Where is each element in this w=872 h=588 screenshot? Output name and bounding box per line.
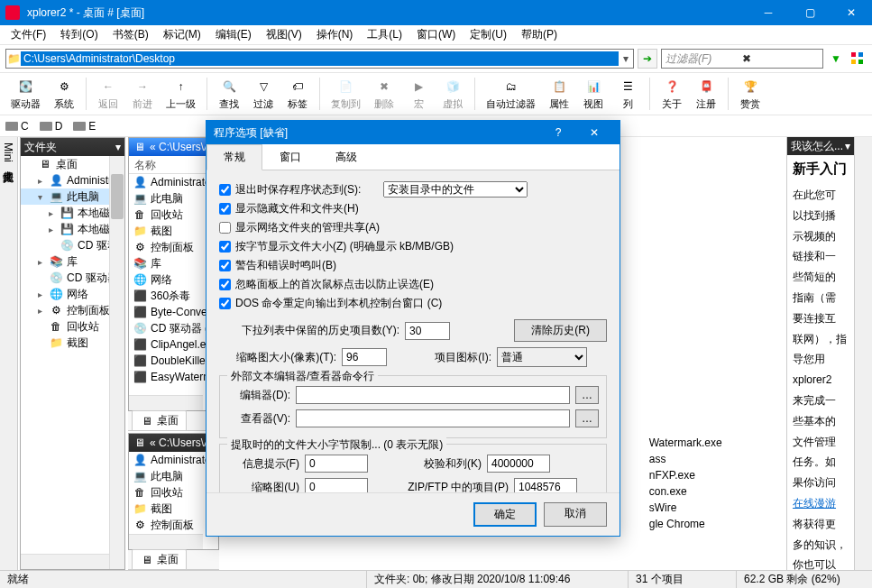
browse-viewer-button[interactable]: … [575, 409, 599, 427]
list-item[interactable]: sWire [646, 500, 786, 516]
list-item[interactable]: ⚙控制面板 [129, 517, 218, 533]
right-vtab[interactable] [854, 137, 872, 570]
info-limit-input[interactable] [305, 455, 368, 473]
tbtn-属性[interactable]: 📋属性 [543, 75, 575, 113]
clear-filter-icon[interactable]: ✖ [742, 52, 819, 65]
filter-input[interactable]: 过滤器(F) ✖ [661, 49, 823, 69]
list-item[interactable]: ⬛ClipAngel.e [129, 336, 218, 353]
file-list-1[interactable]: 👤Administrator💻此电脑🗑回收站📁截图⚙控制面板📚库🌐网络⬛360杀… [129, 174, 218, 410]
chk-admin-shares[interactable] [219, 222, 231, 234]
scrollbar-vertical[interactable] [109, 156, 124, 569]
icon-select[interactable]: 普通 [497, 347, 587, 367]
thumb-size-input[interactable] [342, 348, 387, 366]
list-item[interactable]: con.exe [646, 483, 786, 500]
tbtn-上一级[interactable]: ↑上一级 [161, 75, 201, 113]
tab-general[interactable]: 常规 [207, 144, 262, 170]
funnel-icon[interactable]: ▼ [827, 50, 845, 68]
list-item[interactable]: 💻此电脑 [129, 468, 218, 484]
menu-操作(N)[interactable]: 操作(N) [309, 25, 361, 44]
drive-E[interactable]: E [73, 120, 96, 133]
list-item[interactable]: ⚙控制面板 [129, 239, 218, 255]
list-item[interactable]: ⬛EasyWaterm [129, 369, 218, 385]
editor-input[interactable] [296, 386, 570, 404]
list-item[interactable]: ⬛360杀毒 [129, 288, 218, 304]
menu-工具(L)[interactable]: 工具(L) [360, 25, 409, 44]
file-list-2[interactable]: 👤Administrator💻此电脑🗑回收站📁截图⚙控制面板📚库 [129, 452, 218, 549]
tbtn-驱动器[interactable]: 💽驱动器 [5, 75, 46, 113]
tab-desktop[interactable]: 🖥桌面 [132, 410, 187, 430]
maximize-button[interactable]: ▢ [789, 0, 831, 25]
drive-C[interactable]: C [5, 120, 29, 133]
tbtn-查找[interactable]: 🔍查找 [213, 75, 245, 113]
list-item[interactable]: 🗑回收站 [129, 484, 218, 501]
list-item[interactable]: 👤Administrator [129, 174, 218, 190]
drive-D[interactable]: D [40, 120, 63, 133]
menu-帮助(P)[interactable]: 帮助(P) [514, 25, 565, 44]
list-item[interactable]: 👤Administrator [129, 452, 218, 468]
help-button[interactable]: ? [540, 121, 576, 144]
menu-窗口(W)[interactable]: 窗口(W) [409, 25, 463, 44]
go-button[interactable]: ➔ [638, 49, 657, 69]
chevron-down-icon[interactable]: ▾ [115, 141, 121, 153]
menu-定制(U)[interactable]: 定制(U) [463, 25, 514, 44]
minimize-button[interactable]: ─ [748, 0, 789, 25]
list-item[interactable]: Watermark.exe [646, 435, 786, 451]
viewer-input[interactable] [296, 409, 570, 427]
chk-bytes[interactable] [219, 241, 231, 253]
tbtn-系统[interactable]: ⚙系统 [48, 75, 80, 113]
tab-window[interactable]: 窗口 [262, 144, 318, 170]
left-vtab[interactable]: Mini虚拟文件夹 [0, 137, 18, 570]
dialog-titlebar[interactable]: 程序选项 [缺省] ? ✕ [207, 121, 620, 144]
save-location-select[interactable]: 安装目录中的文件 [383, 181, 528, 198]
tbtn-注册[interactable]: 📮注册 [690, 75, 722, 113]
tbtn-列[interactable]: ☰列 [611, 75, 644, 113]
chevron-down-icon[interactable]: ▾ [845, 140, 850, 152]
tbtn-标签[interactable]: 🏷标签 [281, 75, 314, 113]
tbtn-赞赏[interactable]: 🏆赞赏 [734, 75, 766, 113]
tbtn-关于[interactable]: ❓关于 [656, 75, 688, 113]
list-item[interactable]: 🌐网络 [129, 271, 218, 288]
tbtn-视图[interactable]: 📊视图 [577, 75, 610, 113]
grid-icon[interactable] [849, 50, 867, 68]
close-button[interactable]: ✕ [831, 0, 872, 25]
tbtn-过滤[interactable]: ▽过滤 [247, 75, 280, 113]
list-item[interactable]: ⬛DoubleKille [129, 353, 218, 369]
scrollbar-horizontal[interactable] [21, 554, 109, 569]
tab-desktop-2[interactable]: 🖥桌面 [132, 549, 187, 569]
list-item[interactable]: 💿CD 驱动器 ( [129, 320, 218, 336]
address-combo[interactable]: 📁 C:\Users\Administrator\Desktop ▾ [5, 49, 634, 69]
menu-标记(M)[interactable]: 标记(M) [156, 25, 208, 44]
list-item[interactable]: 📚库 [129, 255, 218, 271]
list-item[interactable]: nFXP.exe [646, 467, 786, 483]
history-input[interactable] [405, 322, 450, 340]
chk-hidden[interactable] [219, 203, 231, 215]
dropdown-icon[interactable]: ▾ [619, 52, 633, 65]
menu-编辑(E)[interactable]: 编辑(E) [208, 25, 259, 44]
list-item[interactable]: 📁截图 [129, 223, 218, 239]
tbtn-自动过滤器[interactable]: 🗂自动过滤器 [481, 75, 541, 113]
tab-advanced[interactable]: 高级 [318, 144, 374, 170]
clear-history-button[interactable]: 清除历史(R) [514, 319, 607, 342]
checksum-limit-input[interactable] [487, 455, 550, 473]
zip-limit-input[interactable] [514, 478, 577, 492]
browse-editor-button[interactable]: … [575, 386, 599, 404]
chk-dos[interactable] [219, 298, 231, 309]
cancel-button[interactable]: 取消 [544, 502, 607, 527]
chk-save-state[interactable] [219, 184, 231, 196]
chk-beep[interactable] [219, 260, 231, 271]
list-item[interactable]: 💻此电脑 [129, 190, 218, 207]
list-item[interactable]: 📁截图 [129, 501, 218, 517]
scrollbar-horizontal[interactable] [129, 395, 203, 410]
help-link[interactable]: 在线漫游 [793, 497, 836, 510]
column-header-name[interactable]: 名称 [129, 156, 218, 174]
list-item[interactable]: ⬛Byte-Conve [129, 304, 218, 320]
folder-tree[interactable]: 🖥桌面▸👤Administrat▾💻此电脑▸💾本地磁盘▸💾本地磁盘💿CD 驱动▸… [21, 156, 124, 569]
menu-文件(F)[interactable]: 文件(F) [4, 25, 53, 44]
scrollbar-horizontal[interactable] [129, 534, 203, 549]
list-item[interactable]: 🗑回收站 [129, 207, 218, 223]
ok-button[interactable]: 确定 [473, 502, 537, 527]
list-item[interactable]: ass [646, 451, 786, 467]
list-item[interactable]: gle Chrome [646, 516, 786, 532]
thumb-limit-input[interactable] [305, 478, 368, 492]
chk-firstclick[interactable] [219, 279, 231, 290]
